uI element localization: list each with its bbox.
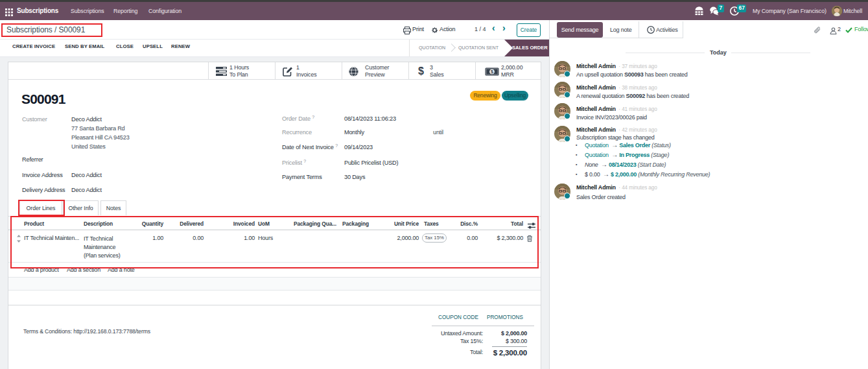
svg-text:$: $ <box>491 69 494 75</box>
